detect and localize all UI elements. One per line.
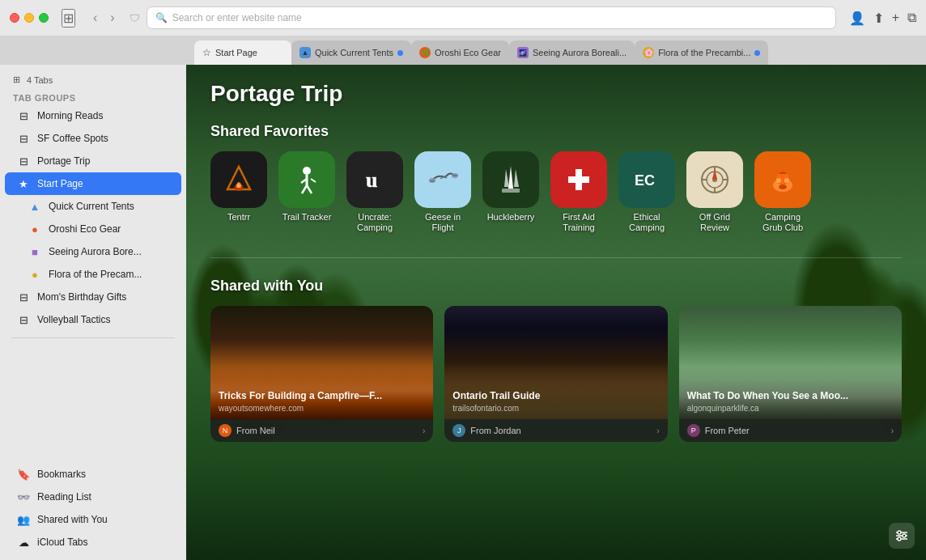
sidebar-item-label: Volleyball Tactics bbox=[37, 314, 111, 325]
svg-rect-15 bbox=[568, 176, 589, 183]
fav-tentrr[interactable]: Tentrr bbox=[210, 151, 267, 233]
shared-with-you-title: Shared with You bbox=[210, 278, 902, 295]
sidebar-item-label: iCloud Tabs bbox=[37, 537, 87, 548]
fav-icon-trail-tracker bbox=[278, 151, 335, 208]
card-campfire-tricks[interactable]: Tricks For Building a Campfire—F... wayo… bbox=[210, 306, 433, 442]
share-button[interactable]: ⬆ bbox=[873, 11, 884, 26]
grid-icon: ⊟ bbox=[16, 312, 31, 327]
fav-camping-grub-club[interactable]: Camping Grub Club bbox=[754, 151, 811, 233]
favorites-grid: Tentrr Trail Tracker bbox=[210, 151, 902, 233]
fav-huckleberry[interactable]: Huckleberry bbox=[482, 151, 539, 233]
tab-favicon-triangle: ▲ bbox=[299, 47, 311, 58]
tab-seeing-aurora[interactable]: 🌌 Seeing Aurora Boreali... bbox=[509, 40, 635, 65]
fullscreen-button[interactable] bbox=[39, 13, 49, 23]
sidebar-item-portage-trip[interactable]: ⊟ Portage Trip bbox=[5, 150, 181, 172]
address-bar[interactable]: 🔍 Search or enter website name bbox=[147, 6, 836, 29]
customize-button[interactable] bbox=[889, 523, 915, 549]
sidebar-item-label: Reading List bbox=[37, 491, 91, 503]
fav-label-huckleberry: Huckleberry bbox=[487, 212, 535, 223]
tab-overview-button[interactable]: ⧉ bbox=[907, 11, 916, 25]
svg-marker-11 bbox=[504, 169, 509, 187]
fav-uncrate-camping[interactable]: u Uncrate: Camping bbox=[346, 151, 403, 233]
tabs-icon: ⊞ bbox=[13, 74, 20, 85]
sidebar-item-label: Flora of the Precam... bbox=[49, 269, 142, 280]
minimize-button[interactable] bbox=[24, 13, 34, 23]
page-title: Portage Trip bbox=[210, 81, 902, 107]
card-ontario-trail[interactable]: Ontario Trail Guide trailsofontario.com … bbox=[444, 306, 667, 442]
fav-trail-tracker[interactable]: Trail Tracker bbox=[278, 151, 335, 233]
card-overlay: Tricks For Building a Campfire—F... wayo… bbox=[210, 366, 433, 420]
shared-with-you-section: Shared with You Tricks For Building a Ca… bbox=[210, 278, 902, 442]
glasses-icon: 👓 bbox=[16, 490, 31, 504]
grid-icon: ⊟ bbox=[16, 108, 31, 123]
new-tab-button[interactable]: + bbox=[892, 11, 899, 25]
svg-point-33 bbox=[898, 531, 901, 534]
sidebar-item-oroshi-eco-gear[interactable]: ● Oroshi Eco Gear bbox=[5, 218, 181, 240]
sidebar-item-shared-with-you[interactable]: 👥 Shared with You bbox=[5, 508, 181, 531]
search-icon: 🔍 bbox=[155, 12, 168, 23]
tab-start-page[interactable]: ☆ Start Page bbox=[194, 40, 291, 65]
fav-ethical-camping[interactable]: EC Ethical Camping bbox=[618, 151, 675, 233]
cards-grid: Tricks For Building a Campfire—F... wayo… bbox=[210, 306, 902, 442]
fav-off-grid-review[interactable]: Off Grid Review bbox=[686, 151, 743, 233]
tab-quick-current-tents[interactable]: ▲ Quick Current Tents bbox=[291, 40, 411, 65]
sidebar-item-sf-coffee[interactable]: ⊟ SF Coffee Spots bbox=[5, 127, 181, 150]
tab-label: Quick Current Tents bbox=[315, 48, 393, 57]
sidebar-item-seeing-aurora[interactable]: ■ Seeing Aurora Bore... bbox=[5, 240, 181, 263]
card-moose-guide[interactable]: What To Do When You See a Moo... algonqu… bbox=[679, 306, 902, 442]
traffic-lights bbox=[10, 13, 49, 23]
sidebar-item-morning-reads[interactable]: ⊟ Morning Reads bbox=[5, 104, 181, 127]
card-footer: P From Peter › bbox=[679, 419, 902, 442]
search-placeholder: Search or enter website name bbox=[172, 12, 302, 23]
chevron-right-icon: › bbox=[891, 426, 894, 435]
sidebar-toggle-button[interactable]: ⊞ bbox=[62, 9, 75, 28]
fav-label-uncrate: Uncrate: Camping bbox=[346, 212, 403, 233]
bookmark-icon: 🔖 bbox=[16, 467, 31, 482]
triangle-blue-icon: ▲ bbox=[28, 199, 42, 214]
sidebar-item-flora-precam[interactable]: ● Flora of the Precam... bbox=[5, 263, 181, 286]
person-icon[interactable]: 👤 bbox=[849, 11, 865, 26]
fav-icon-tentrr bbox=[210, 151, 267, 208]
close-button[interactable] bbox=[10, 13, 19, 23]
fav-geese-in-flight[interactable]: Geese in Flight bbox=[414, 151, 471, 233]
sidebar-item-quick-current-tents[interactable]: ▲ Quick Current Tents bbox=[5, 195, 181, 218]
fav-label-geese: Geese in Flight bbox=[414, 212, 471, 233]
sidebar-divider bbox=[11, 337, 175, 338]
star-icon: ★ bbox=[16, 176, 31, 191]
card-from-label: From Peter bbox=[705, 426, 886, 435]
svg-text:EC: EC bbox=[635, 172, 655, 189]
sidebar-item-moms-birthday[interactable]: ⊟ Mom's Birthday Gifts bbox=[5, 286, 181, 308]
card-image-campfire: Tricks For Building a Campfire—F... wayo… bbox=[210, 306, 433, 419]
fav-icon-off-grid bbox=[686, 151, 743, 208]
forward-button[interactable]: › bbox=[105, 9, 119, 27]
sidebar-item-reading-list[interactable]: 👓 Reading List bbox=[5, 486, 181, 508]
svg-marker-24 bbox=[712, 169, 717, 180]
sidebar-item-volleyball-tactics[interactable]: ⊟ Volleyball Tactics bbox=[5, 308, 181, 331]
sidebar-bottom: 🔖 Bookmarks 👓 Reading List 👥 Shared with… bbox=[0, 456, 186, 554]
person-two-icon: 👥 bbox=[16, 512, 31, 527]
circle-orange-icon: ● bbox=[28, 222, 42, 236]
fav-icon-first-aid bbox=[550, 151, 607, 208]
tab-bar: ☆ Start Page ▲ Quick Current Tents 🌿 Oro… bbox=[0, 36, 926, 65]
title-bar: ⊞ ‹ › 🛡 🔍 Search or enter website name 👤… bbox=[0, 0, 926, 36]
card-title: What To Do When You See a Moo... bbox=[687, 390, 894, 403]
back-button[interactable]: ‹ bbox=[88, 9, 102, 27]
sidebar-item-bookmarks[interactable]: 🔖 Bookmarks bbox=[5, 463, 181, 486]
sidebar-item-icloud-tabs[interactable]: ☁ iCloud Tabs bbox=[5, 531, 181, 554]
svg-text:u: u bbox=[366, 168, 377, 192]
content-scroll[interactable]: Portage Trip Shared Favorites Tentrr bbox=[186, 65, 926, 560]
sidebar: ⊞ 4 Tabs Tab Groups ⊟ Morning Reads ⊟ SF… bbox=[0, 65, 186, 560]
fav-first-aid[interactable]: First Aid Training bbox=[550, 151, 607, 233]
sidebar-item-label: SF Coffee Spots bbox=[37, 133, 108, 144]
card-domain: algonquinparklife.ca bbox=[687, 404, 894, 413]
tab-oroshi-eco-gear[interactable]: 🌿 Oroshi Eco Gear bbox=[411, 40, 509, 65]
svg-point-34 bbox=[903, 534, 906, 537]
chevron-right-icon: › bbox=[423, 426, 425, 435]
fav-icon-camping-grub bbox=[754, 151, 811, 208]
svg-marker-12 bbox=[514, 169, 519, 187]
nav-buttons: ‹ › bbox=[88, 9, 120, 27]
sidebar-item-label: Quick Current Tents bbox=[49, 201, 134, 212]
tab-flora-precambi[interactable]: 🌸 Flora of the Precambi... bbox=[635, 40, 768, 65]
sidebar-item-start-page[interactable]: ★ Start Page bbox=[5, 172, 181, 195]
tab-dot bbox=[754, 50, 760, 56]
